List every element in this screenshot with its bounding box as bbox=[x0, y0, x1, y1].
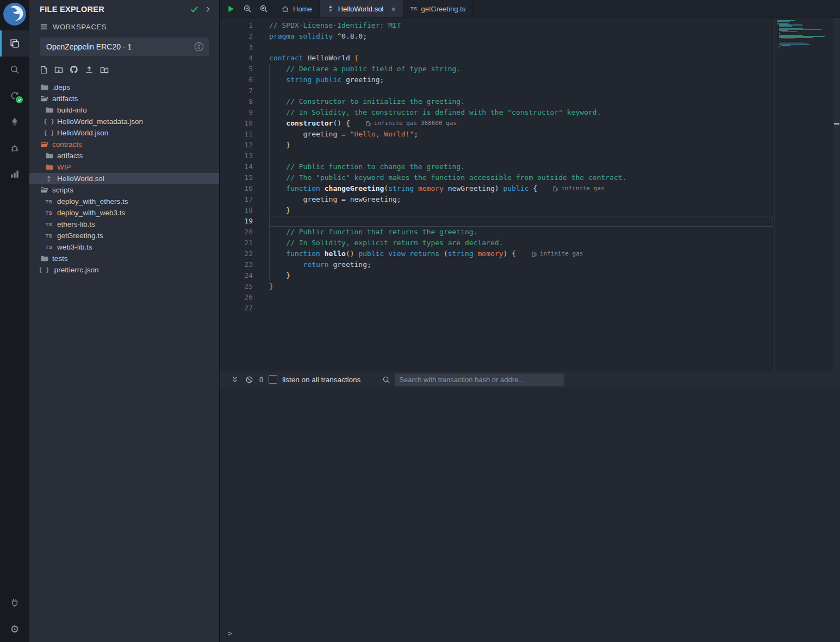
tree-item-scripts[interactable]: scripts bbox=[29, 184, 219, 196]
code-line-26[interactable]: 26 bbox=[220, 292, 774, 303]
tree-item--prettierrc-json[interactable]: { }.prettierrc.json bbox=[29, 264, 219, 276]
tab-helloworld-sol[interactable]: HelloWorld.sol× bbox=[320, 0, 403, 17]
code-line-22[interactable]: 22 function hello() public view returns … bbox=[220, 248, 774, 259]
tab-getgreeting-ts[interactable]: TSgetGreeting.ts bbox=[403, 0, 473, 17]
code-line-11[interactable]: 11 greeting = "Hello, World!"; bbox=[220, 129, 774, 140]
code-line-27[interactable]: 27 bbox=[220, 303, 774, 314]
line-number[interactable]: 8 bbox=[220, 96, 253, 107]
activity-item-file-explorer[interactable] bbox=[0, 30, 29, 57]
line-number[interactable]: 4 bbox=[220, 53, 253, 64]
tree-item-tests[interactable]: tests bbox=[29, 253, 219, 264]
tree-item-web3-lib-ts[interactable]: TSweb3-lib.ts bbox=[29, 241, 219, 253]
code-line-23[interactable]: 23 return greeting; bbox=[220, 259, 774, 270]
line-number[interactable]: 7 bbox=[220, 85, 253, 96]
code-line-1[interactable]: 1// SPDX-License-Identifier: MIT bbox=[220, 20, 774, 31]
code-line-6[interactable]: 6 string public greeting; bbox=[220, 74, 774, 85]
code-line-13[interactable]: 13 bbox=[220, 151, 774, 161]
run-script-button[interactable] bbox=[223, 2, 238, 16]
code-line-4[interactable]: 4contract HelloWorld { bbox=[220, 53, 774, 64]
line-number[interactable]: 6 bbox=[220, 74, 253, 85]
expand-terminal-button[interactable] bbox=[228, 376, 242, 383]
new-file-button[interactable] bbox=[40, 65, 48, 74]
code-line-10[interactable]: 10 constructor() {infinite gas 368600 ga… bbox=[220, 118, 774, 129]
line-number[interactable]: 18 bbox=[220, 205, 253, 216]
terminal-output[interactable]: > bbox=[220, 388, 840, 642]
zoom-out-button[interactable] bbox=[240, 2, 254, 16]
remix-logo-icon[interactable] bbox=[3, 2, 27, 26]
tree-item-artifacts[interactable]: artifacts bbox=[29, 150, 219, 161]
line-number[interactable]: 24 bbox=[220, 270, 253, 281]
tree-item-getgreeting-ts[interactable]: TSgetGreeting.ts bbox=[29, 230, 219, 241]
tree-item--deps[interactable]: .deps bbox=[29, 82, 219, 93]
terminal-search-input[interactable] bbox=[395, 373, 564, 386]
activity-item-debugger[interactable] bbox=[0, 135, 29, 161]
code-line-21[interactable]: 21 // In Solidity, explicit return types… bbox=[220, 238, 774, 248]
code-line-2[interactable]: 2pragma solidity ^0.8.0; bbox=[220, 31, 774, 42]
line-number[interactable]: 1 bbox=[220, 20, 253, 31]
tree-item-wip[interactable]: WIP bbox=[29, 161, 219, 173]
activity-item-deploy-run[interactable] bbox=[0, 109, 29, 135]
code-area[interactable]: 1// SPDX-License-Identifier: MIT2pragma … bbox=[220, 18, 775, 371]
upload-folder-button[interactable] bbox=[100, 65, 109, 74]
activity-item-solidity-compiler[interactable] bbox=[0, 83, 29, 109]
code-line-7[interactable]: 7 bbox=[220, 85, 774, 96]
line-number[interactable]: 20 bbox=[220, 227, 253, 238]
workspace-selector[interactable]: OpenZeppelin ERC20 - 1 bbox=[40, 38, 209, 56]
line-number[interactable]: 26 bbox=[220, 292, 253, 303]
tree-item-deploy-with-ethers-ts[interactable]: TSdeploy_with_ethers.ts bbox=[29, 196, 219, 207]
line-number[interactable]: 25 bbox=[220, 281, 253, 292]
activity-item-settings[interactable]: ⚙ bbox=[0, 616, 29, 642]
line-number[interactable]: 19 bbox=[220, 216, 253, 227]
collapse-panel-chevron-icon[interactable] bbox=[204, 5, 211, 13]
line-number[interactable]: 5 bbox=[220, 64, 253, 74]
workspace-ok-check-icon[interactable] bbox=[190, 5, 198, 14]
code-line-18[interactable]: 18 } bbox=[220, 205, 774, 216]
code-line-16[interactable]: 16 function changeGreeting(string memory… bbox=[220, 183, 774, 194]
line-number[interactable]: 12 bbox=[220, 140, 253, 151]
tree-item-build-info[interactable]: build-info bbox=[29, 104, 219, 116]
listen-transactions-checkbox[interactable] bbox=[269, 375, 277, 384]
workspaces-menu-icon[interactable] bbox=[40, 23, 48, 31]
tree-item-contracts[interactable]: contracts bbox=[29, 139, 219, 150]
code-line-14[interactable]: 14 // Public function to change the gree… bbox=[220, 161, 774, 172]
line-number[interactable]: 16 bbox=[220, 183, 253, 194]
tree-item-ethers-lib-ts[interactable]: TSethers-lib.ts bbox=[29, 219, 219, 230]
line-number[interactable]: 23 bbox=[220, 259, 253, 270]
tree-item-helloworld-metadata-json[interactable]: { }HelloWorld_metadata.json bbox=[29, 116, 219, 127]
editor-scrollbar[interactable] bbox=[833, 18, 840, 371]
minimap[interactable] bbox=[775, 18, 833, 371]
tree-item-deploy-with-web3-ts[interactable]: TSdeploy_with_web3.ts bbox=[29, 207, 219, 219]
line-number[interactable]: 13 bbox=[220, 151, 253, 161]
line-number[interactable]: 21 bbox=[220, 238, 253, 248]
line-number[interactable]: 27 bbox=[220, 303, 253, 314]
activity-item-plugin-manager[interactable] bbox=[0, 161, 29, 187]
tree-item-artifacts[interactable]: artifacts bbox=[29, 93, 219, 104]
line-number[interactable]: 11 bbox=[220, 129, 253, 140]
code-line-24[interactable]: 24 } bbox=[220, 270, 774, 281]
clone-github-button[interactable] bbox=[70, 65, 78, 74]
line-number[interactable]: 14 bbox=[220, 161, 253, 172]
activity-item-search[interactable] bbox=[0, 57, 29, 83]
tree-item-helloworld-sol[interactable]: HelloWorld.sol bbox=[29, 173, 219, 184]
code-line-20[interactable]: 20 // Public function that returns the g… bbox=[220, 227, 774, 238]
code-line-12[interactable]: 12 } bbox=[220, 140, 774, 151]
clear-console-button[interactable] bbox=[242, 376, 256, 384]
line-number[interactable]: 22 bbox=[220, 248, 253, 259]
line-number[interactable]: 3 bbox=[220, 42, 253, 53]
code-line-8[interactable]: 8 // Constructor to initialize the greet… bbox=[220, 96, 774, 107]
line-number[interactable]: 10 bbox=[220, 118, 253, 129]
tab-home[interactable]: Home bbox=[274, 0, 320, 17]
line-number[interactable]: 17 bbox=[220, 194, 253, 205]
code-line-5[interactable]: 5 // Declare a public field of type stri… bbox=[220, 64, 774, 74]
code-line-15[interactable]: 15 // The "public" keyword makes the fun… bbox=[220, 172, 774, 183]
close-tab-icon[interactable]: × bbox=[391, 5, 396, 13]
code-line-19[interactable]: 19 bbox=[220, 216, 774, 227]
zoom-in-button[interactable] bbox=[256, 2, 271, 16]
code-line-17[interactable]: 17 greeting = newGreeting; bbox=[220, 194, 774, 205]
line-number[interactable]: 15 bbox=[220, 172, 253, 183]
new-folder-button[interactable] bbox=[54, 65, 63, 74]
code-line-3[interactable]: 3 bbox=[220, 42, 774, 53]
activity-item-plugin-connect[interactable] bbox=[0, 590, 29, 616]
code-line-25[interactable]: 25} bbox=[220, 281, 774, 292]
line-number[interactable]: 9 bbox=[220, 107, 253, 118]
